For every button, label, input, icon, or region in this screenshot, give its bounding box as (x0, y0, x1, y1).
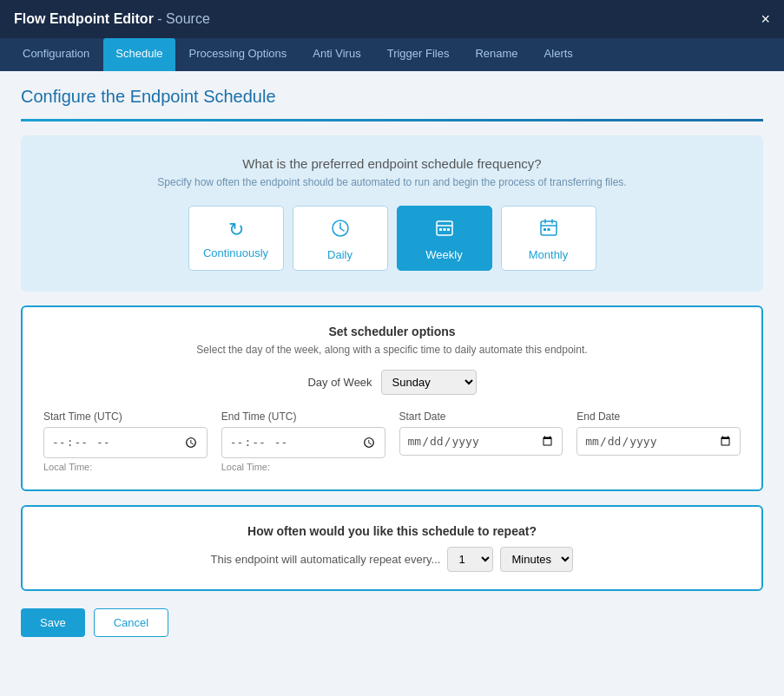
page-title: Configure the Endpoint Schedule (21, 87, 763, 107)
scheduler-heading: Set scheduler options (43, 325, 741, 338)
freq-btn-monthly[interactable]: Monthly (501, 206, 596, 271)
nav-tabs: Configuration Schedule Processing Option… (0, 38, 784, 71)
tab-processing-options[interactable]: Processing Options (177, 38, 300, 71)
daily-icon (331, 219, 350, 243)
weekly-icon (435, 219, 454, 243)
repeat-unit-select[interactable]: Minutes Hours Days (500, 547, 573, 572)
end-time-input[interactable] (221, 427, 385, 458)
tab-trigger-files[interactable]: Trigger Files (375, 38, 462, 71)
start-date-input[interactable] (399, 427, 563, 456)
frequency-buttons: ↻ Continuously Daily (38, 206, 746, 271)
end-date-input[interactable] (576, 427, 741, 456)
svg-rect-13 (547, 228, 550, 231)
start-date-label: Start Date (399, 410, 563, 423)
repeat-description: This endpoint will automatically repeat … (211, 553, 441, 566)
end-time-label: End Time (UTC) (221, 410, 385, 423)
start-date-group: Start Date (399, 410, 563, 456)
title-bar: Flow Endpoint Editor - Source × (0, 0, 784, 38)
page-divider (21, 119, 763, 121)
monthly-label: Monthly (529, 248, 569, 261)
end-time-group: End Time (UTC) Local Time: (221, 410, 385, 472)
monthly-icon (539, 219, 558, 243)
tab-anti-virus[interactable]: Anti Virus (300, 38, 372, 71)
start-time-local: Local Time: (43, 462, 208, 472)
day-of-week-select[interactable]: Sunday Monday Tuesday Wednesday Thursday… (381, 370, 477, 395)
save-button[interactable]: Save (21, 608, 85, 637)
time-date-row: Start Time (UTC) Local Time: End Time (U… (43, 410, 741, 472)
app-title: Flow Endpoint Editor - Source (14, 11, 210, 27)
tab-configuration[interactable]: Configuration (10, 38, 102, 71)
svg-rect-5 (439, 228, 442, 231)
cancel-button[interactable]: Cancel (94, 608, 168, 637)
frequency-heading: What is the preferred endpoint schedule … (38, 156, 746, 171)
daily-label: Daily (327, 248, 352, 261)
end-time-local: Local Time: (221, 462, 385, 472)
start-time-label: Start Time (UTC) (43, 410, 208, 423)
day-of-week-label: Day of Week (307, 376, 372, 389)
end-date-label: End Date (576, 410, 741, 423)
scheduler-description: Select the day of the week, along with a… (43, 344, 741, 356)
freq-btn-daily[interactable]: Daily (293, 206, 388, 271)
svg-rect-7 (447, 228, 450, 231)
svg-rect-12 (544, 228, 546, 231)
tab-schedule[interactable]: Schedule (103, 38, 175, 71)
repeat-inline: This endpoint will automatically repeat … (43, 547, 741, 572)
start-time-input[interactable] (43, 427, 208, 458)
repeat-card: How often would you like this schedule t… (21, 505, 763, 591)
tab-alerts[interactable]: Alerts (532, 38, 585, 71)
freq-btn-continuously[interactable]: ↻ Continuously (188, 206, 284, 271)
continuously-label: Continuously (203, 246, 268, 259)
frequency-description: Specify how often the endpoint should be… (38, 176, 746, 188)
freq-btn-weekly[interactable]: Weekly (397, 206, 492, 271)
repeat-value-select[interactable]: 1 2 3 4 5 10 15 30 (447, 547, 493, 572)
main-content: Configure the Endpoint Schedule What is … (0, 71, 784, 694)
scheduler-card: Set scheduler options Select the day of … (21, 305, 763, 491)
repeat-heading: How often would you like this schedule t… (43, 524, 741, 538)
action-buttons: Save Cancel (21, 608, 763, 644)
day-of-week-row: Day of Week Sunday Monday Tuesday Wednes… (43, 370, 741, 395)
close-button[interactable]: × (761, 11, 770, 27)
svg-line-2 (340, 228, 344, 231)
weekly-label: Weekly (425, 248, 462, 261)
svg-rect-6 (443, 228, 445, 231)
end-date-group: End Date (576, 410, 741, 456)
frequency-card: What is the preferred endpoint schedule … (21, 135, 763, 292)
start-time-group: Start Time (UTC) Local Time: (43, 410, 208, 472)
continuously-icon: ↻ (228, 219, 244, 241)
tab-rename[interactable]: Rename (463, 38, 530, 71)
